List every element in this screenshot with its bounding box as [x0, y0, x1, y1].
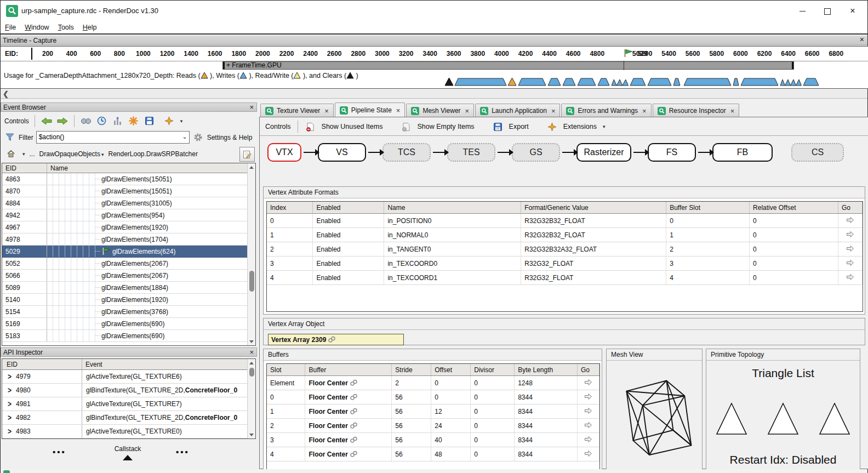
- col-format-generic-value[interactable]: Format/Generic Value: [521, 202, 666, 214]
- breadcrumb-ellipsis[interactable]: ...: [30, 150, 35, 158]
- table-row[interactable]: ElementFloor Center2001248: [267, 376, 599, 390]
- filter-combobox[interactable]: ⌄: [36, 131, 190, 144]
- buffer-resource-link[interactable]: Floor Center: [309, 451, 347, 458]
- tab-close-icon[interactable]: ×: [396, 106, 401, 115]
- go-arrow-icon[interactable]: [584, 450, 592, 457]
- api-col-event[interactable]: Event: [85, 361, 102, 368]
- api-row[interactable]: >4983glActiveTexture(GL_TEXTURE0): [2, 425, 247, 438]
- statistics-icon[interactable]: [112, 115, 124, 127]
- callstack-expand-icon[interactable]: [123, 455, 133, 460]
- table-row[interactable]: 3Enabledin_TEXCOORD0R32G32_FLOAT30: [267, 257, 863, 271]
- tab-close-icon[interactable]: ×: [465, 107, 470, 115]
- show-unused-label[interactable]: Show Unused Items: [322, 123, 383, 130]
- go-arrow-icon[interactable]: [584, 407, 592, 414]
- save-events-icon[interactable]: [144, 115, 156, 127]
- table-row[interactable]: 1Floor Center561208344: [267, 404, 599, 419]
- go-arrow-icon[interactable]: [584, 421, 592, 429]
- table-row[interactable]: 2Enabledin_TANGENT0R32G32B32A32_FLOAT20: [267, 242, 863, 257]
- stage-cs[interactable]: CS: [791, 143, 844, 162]
- menu-item-tools[interactable]: Tools: [54, 21, 78, 35]
- event-time-icon[interactable]: [96, 115, 108, 127]
- timeline-panel-header[interactable]: Timeline - Capture: [1, 36, 867, 45]
- api-row[interactable]: >4979glActiveTexture(GL_TEXTURE6): [2, 370, 247, 384]
- api-table-scrollbar[interactable]: [247, 359, 255, 438]
- home-icon[interactable]: [5, 148, 17, 160]
- go-arrow-icon[interactable]: [846, 259, 854, 266]
- col-go[interactable]: Go: [577, 364, 599, 376]
- stage-rasterizer[interactable]: Rasterizer: [576, 143, 631, 162]
- timeline-hscrollbar[interactable]: ❮: [1, 89, 867, 99]
- tab-texture-viewer[interactable]: Texture Viewer×: [260, 104, 334, 117]
- col-enabled[interactable]: Enabled: [313, 202, 384, 214]
- col-byte-length[interactable]: Byte Length: [515, 364, 578, 376]
- expand-chevron-icon[interactable]: >: [8, 426, 12, 436]
- buffer-resource-link[interactable]: Floor Center: [309, 379, 347, 387]
- event-row[interactable]: 4863glDrawElements(15051): [2, 173, 247, 185]
- col-stride[interactable]: Stride: [392, 364, 431, 376]
- table-row[interactable]: 0Floor Center56008344: [267, 390, 599, 404]
- col-buffer-slot[interactable]: Buffer Slot: [666, 202, 750, 214]
- go-arrow-icon[interactable]: [584, 379, 592, 386]
- extensions-label[interactable]: Extensions: [563, 123, 597, 130]
- export-icon[interactable]: [492, 121, 504, 133]
- show-empty-label[interactable]: Show Empty Items: [417, 123, 474, 130]
- stage-vtx[interactable]: VTX: [267, 143, 301, 162]
- scroll-up-icon[interactable]: [248, 163, 255, 171]
- vao-resource-name[interactable]: Vertex Array 2309: [271, 336, 326, 344]
- callstack-label[interactable]: Callstack: [1, 445, 255, 453]
- breadcrumb-group[interactable]: DrawOpaqueObjects▾: [39, 150, 104, 158]
- home-dropdown-icon[interactable]: ▾: [22, 151, 25, 157]
- api-inspector-header[interactable]: API Inspector ×: [1, 347, 257, 357]
- stage-gs[interactable]: GS: [512, 143, 560, 162]
- buffer-resource-link[interactable]: Floor Center: [309, 422, 347, 430]
- event-row[interactable]: 4942glDrawElements(954): [2, 209, 247, 221]
- event-row[interactable]: 4870glDrawElements(15051): [2, 185, 247, 197]
- api-inspector-close-icon[interactable]: ×: [249, 348, 254, 357]
- tab-errors-and-warnings[interactable]: Errors and Warnings×: [561, 104, 651, 117]
- table-row[interactable]: 4Enabledin_TEXCOORD1R32G32_FLOAT40: [267, 271, 863, 285]
- minimize-button[interactable]: [790, 1, 815, 21]
- close-button[interactable]: ×: [840, 1, 865, 21]
- menu-item-help[interactable]: Help: [78, 21, 101, 35]
- event-row[interactable]: 5140glDrawElements(1920): [2, 294, 247, 306]
- buffer-resource-link[interactable]: Floor Center: [309, 394, 347, 401]
- event-table-scrollbar[interactable]: [247, 163, 255, 345]
- go-arrow-icon[interactable]: [846, 245, 854, 252]
- bookmark-edit-button[interactable]: [239, 147, 255, 162]
- find-event-icon[interactable]: [80, 115, 92, 127]
- maximize-button[interactable]: [815, 1, 840, 21]
- event-browser-close-icon[interactable]: ×: [249, 103, 254, 112]
- api-row[interactable]: >4981glActiveTexture(GL_TEXTURE7): [2, 397, 247, 411]
- col-name[interactable]: Name: [384, 202, 521, 214]
- extensions-icon[interactable]: [546, 121, 558, 133]
- go-arrow-icon[interactable]: [846, 273, 854, 281]
- go-arrow-icon[interactable]: [584, 393, 592, 400]
- scrollbar-thumb[interactable]: [249, 368, 254, 377]
- scroll-down-icon[interactable]: [248, 431, 255, 438]
- event-col-eid[interactable]: EID: [5, 164, 16, 172]
- bookmark-icon[interactable]: [128, 115, 140, 127]
- stage-fb[interactable]: FB: [712, 143, 773, 162]
- stage-fs[interactable]: FS: [648, 143, 696, 162]
- stage-tes[interactable]: TES: [447, 143, 495, 162]
- scroll-up-icon[interactable]: [248, 359, 255, 367]
- expand-chevron-icon[interactable]: >: [8, 399, 12, 409]
- event-row[interactable]: 5066glDrawElements(2067): [2, 270, 247, 282]
- menu-item-window[interactable]: Window: [20, 21, 53, 35]
- event-row[interactable]: 4978glDrawElements(1704): [2, 233, 247, 246]
- breadcrumb-leaf[interactable]: RenderLoop.DrawSRPBatcher: [108, 150, 197, 158]
- event-browser-header[interactable]: Event Browser ×: [1, 102, 257, 112]
- export-label[interactable]: Export: [509, 123, 529, 130]
- next-event-icon[interactable]: [56, 115, 68, 127]
- extensions-dropdown-icon[interactable]: ▾: [603, 124, 606, 129]
- filter-input[interactable]: [37, 132, 181, 142]
- buffer-resource-link[interactable]: Floor Center: [309, 436, 347, 444]
- event-row[interactable]: 5169glDrawElements(690): [2, 318, 247, 330]
- tab-resource-inspector[interactable]: Resource Inspector×: [653, 104, 740, 117]
- col-divisor[interactable]: Divisor: [471, 364, 515, 376]
- api-row[interactable]: >4980glBindTexture(GL_TEXTURE_2D, Concre…: [2, 384, 247, 397]
- expand-chevron-icon[interactable]: >: [8, 372, 12, 381]
- tab-launch-application[interactable]: Launch Application×: [475, 104, 560, 117]
- show-unused-icon[interactable]: [305, 121, 317, 133]
- menu-item-file[interactable]: File: [1, 21, 20, 35]
